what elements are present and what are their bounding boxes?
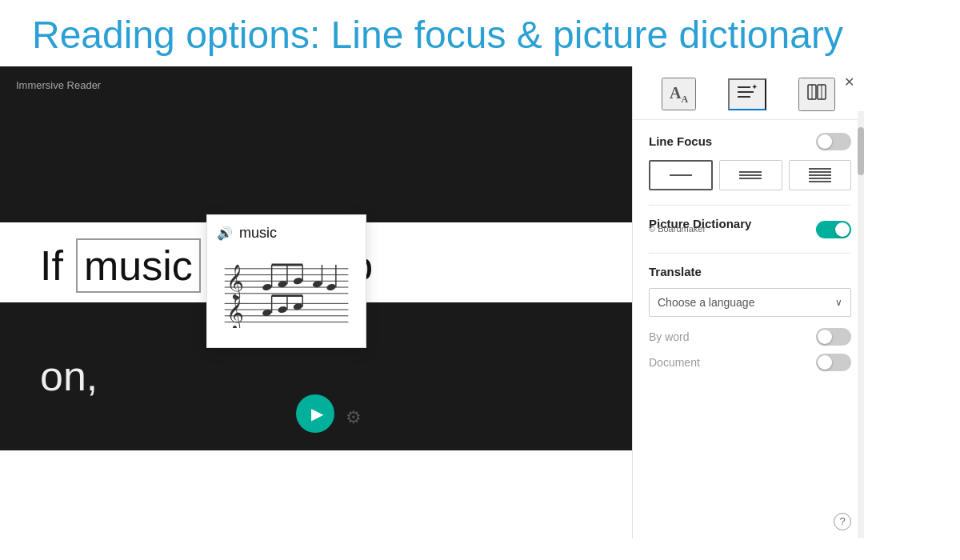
line-focus-label: Line Focus [649,134,712,148]
three-line-button[interactable] [719,160,782,190]
panel-content: Line Focus [633,120,864,538]
aa-icon: AA [670,84,688,102]
separator-1 [649,205,851,206]
text-word-music[interactable]: music [76,238,201,293]
svg-text:𝄞: 𝄞 [226,294,244,327]
line-bar-1 [670,174,692,176]
grammar-options-button[interactable] [798,78,835,111]
three-line-indicator [739,171,762,179]
svg-point-24 [278,306,288,314]
immersive-reader-label: Immersive Reader [16,79,101,91]
line-bar-3e [809,181,831,182]
popup-word: music [239,225,277,242]
by-word-toggle[interactable] [816,328,851,346]
reader-text-area: If music ood of lo 🔊 music [0,222,632,302]
line-bar-2c [739,178,762,179]
dropdown-chevron-icon: ∨ [835,297,842,308]
line-bar-2a [739,171,762,173]
document-toggle[interactable] [816,354,851,371]
document-row: Document [649,354,851,371]
text-word-if: If [40,242,63,290]
close-button[interactable]: ✕ [844,74,854,90]
play-button[interactable]: ▶ [296,394,334,433]
line-bar-3b [809,171,831,173]
book-icon [806,86,827,106]
reader-top-panel: Immersive Reader [0,66,632,222]
panel-scrollbar-thumb [858,127,864,175]
text-options-button[interactable]: AA [662,78,696,110]
panel-toolbar: AA ✦ [633,66,864,120]
five-line-button[interactable] [789,160,851,190]
line-bar-3c [809,174,831,176]
popup-word-line: 🔊 music [217,225,356,242]
svg-point-15 [326,283,336,291]
lines-star-icon: ✦ [736,85,758,105]
separator-2 [649,253,851,254]
line-bar-3d [809,178,831,179]
picture-dictionary-toggle[interactable] [816,221,851,238]
help-button[interactable]: ? [834,513,851,530]
svg-text:𝄞: 𝄞 [226,264,244,300]
line-focus-row: Line Focus [649,133,851,150]
translate-label: Translate [649,265,851,278]
picture-dictionary-popup: 🔊 music 𝄞 [206,214,366,348]
one-line-indicator [670,174,692,176]
one-line-button[interactable] [649,160,713,190]
svg-point-6 [262,283,272,291]
by-word-label: By word [649,330,690,343]
five-line-indicator [809,168,831,182]
document-toggle-knob [818,355,832,370]
document-label: Document [649,356,700,369]
picture-dictionary-toggle-knob [835,222,850,237]
settings-gear-icon[interactable]: ⚙ [346,407,362,428]
by-word-row: By word [649,328,851,346]
picture-dictionary-info: Picture Dictionary © Boardmaker [649,217,751,243]
line-count-buttons [649,160,851,190]
page-title: Reading options: Line focus & picture di… [0,0,960,66]
language-dropdown-text: Choose a language [658,296,754,309]
text-line: If music ood of lo 🔊 music [0,222,632,309]
help-icon: ? [839,515,845,527]
reading-options-button[interactable]: ✦ [728,78,766,110]
reader-area: Immersive Reader If music ood of lo 🔊 mu… [0,66,632,538]
music-notation-image: 𝄞 [217,248,356,328]
svg-text:✦: ✦ [751,83,758,91]
play-icon: ▶ [311,404,323,423]
panel-scrollbar[interactable] [858,111,864,538]
picture-dictionary-row: Picture Dictionary © Boardmaker [649,217,851,243]
line-bar-3a [809,168,831,170]
by-word-toggle-knob [818,330,832,344]
svg-point-10 [293,277,303,285]
line-focus-toggle[interactable] [816,133,851,150]
speaker-icon[interactable]: 🔊 [217,226,233,241]
language-dropdown[interactable]: Choose a language ∨ [649,288,851,317]
main-area: Immersive Reader If music ood of lo 🔊 mu… [0,66,960,538]
bottom-text: on, [40,352,98,400]
line-focus-toggle-knob [818,134,832,149]
line-bar-2b [739,174,762,176]
settings-panel: AA ✦ [632,66,864,538]
